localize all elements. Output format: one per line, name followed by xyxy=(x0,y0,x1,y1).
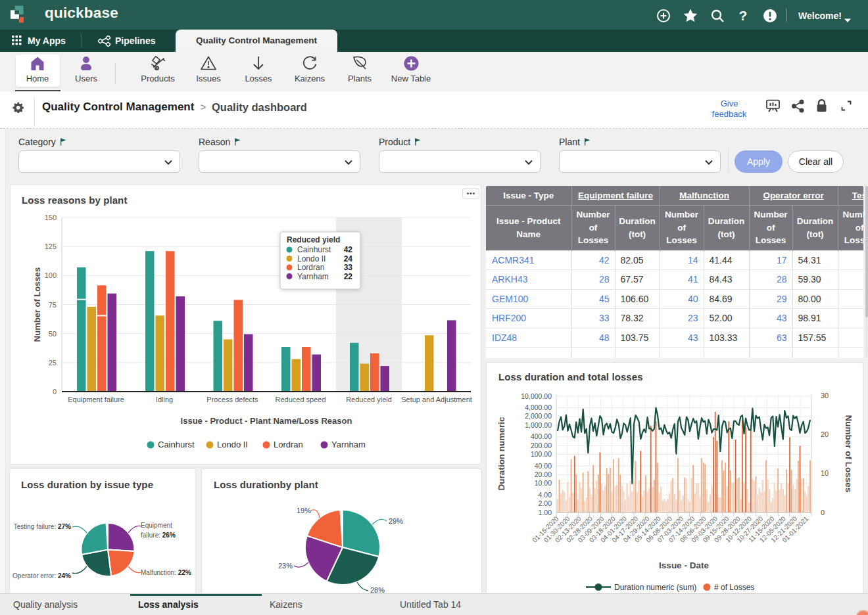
svg-text:failure: 26%: failure: 26% xyxy=(141,532,176,539)
svg-text:150: 150 xyxy=(45,214,57,221)
svg-text:29%: 29% xyxy=(389,517,403,525)
svg-text:24: 24 xyxy=(344,254,353,263)
svg-text:125: 125 xyxy=(45,242,57,250)
svg-text:Process defects: Process defects xyxy=(206,396,258,403)
svg-text:Issue - Product - Plant Name/L: Issue - Product - Plant Name/Loss Reason xyxy=(181,416,352,426)
svg-text:Londo II: Londo II xyxy=(297,254,326,263)
svg-text:# of Losses: # of Losses xyxy=(714,583,754,592)
svg-text:30: 30 xyxy=(821,392,829,399)
svg-text:100: 100 xyxy=(45,271,57,279)
svg-text:400.00: 400.00 xyxy=(531,432,552,440)
svg-text:Operator error: 24%: Operator error: 24% xyxy=(12,572,71,580)
svg-text:10,000.00: 10,000.00 xyxy=(521,392,552,400)
svg-text:19%: 19% xyxy=(297,507,311,514)
svg-text:2.00: 2.00 xyxy=(539,499,552,507)
svg-text:20.00: 20.00 xyxy=(535,470,552,478)
svg-text:100.00: 100.00 xyxy=(531,450,552,458)
svg-text:23%: 23% xyxy=(278,562,293,570)
svg-text:Duration numeric: Duration numeric xyxy=(496,417,506,490)
svg-text:Number of Losses: Number of Losses xyxy=(32,267,42,342)
svg-text:33: 33 xyxy=(344,263,353,272)
svg-text:Equipment: Equipment xyxy=(141,522,172,529)
svg-text:50: 50 xyxy=(49,330,57,338)
svg-text:4.00: 4.00 xyxy=(539,491,552,499)
svg-text:Reduced yield: Reduced yield xyxy=(346,396,392,403)
svg-text:0: 0 xyxy=(821,509,825,516)
svg-text:Duration numeric (sum): Duration numeric (sum) xyxy=(614,583,696,592)
svg-text:25: 25 xyxy=(49,359,57,367)
svg-text:Cainhurst: Cainhurst xyxy=(158,440,195,449)
svg-text:Number of Losses: Number of Losses xyxy=(844,415,854,493)
svg-text:22: 22 xyxy=(344,272,353,281)
svg-text:Reduced yield: Reduced yield xyxy=(287,235,340,244)
svg-text:Issue - Date: Issue - Date xyxy=(659,560,709,570)
svg-text:Idling: Idling xyxy=(156,396,173,403)
svg-text:42: 42 xyxy=(344,245,353,254)
svg-text:75: 75 xyxy=(49,301,57,309)
svg-text:Yarnham: Yarnham xyxy=(331,440,366,449)
svg-text:200.00: 200.00 xyxy=(531,442,552,449)
svg-text:2,000.00: 2,000.00 xyxy=(525,412,552,420)
svg-text:10.00: 10.00 xyxy=(535,479,552,487)
svg-text:Malfunction: 22%: Malfunction: 22% xyxy=(141,569,191,576)
svg-text:Lordran: Lordran xyxy=(297,263,324,272)
svg-text:Setup and Adjustment: Setup and Adjustment xyxy=(401,396,472,403)
svg-text:Testing failure: 27%: Testing failure: 27% xyxy=(14,523,71,530)
svg-text:1,000.00: 1,000.00 xyxy=(525,421,552,429)
svg-text:4,000.00: 4,000.00 xyxy=(525,403,552,411)
svg-text:?: ? xyxy=(739,9,748,23)
svg-text:40.00: 40.00 xyxy=(535,462,552,470)
svg-text:Yarnham: Yarnham xyxy=(297,272,329,281)
svg-text:Lordran: Lordran xyxy=(274,440,303,449)
svg-text:0: 0 xyxy=(53,388,57,396)
svg-text:Cainhurst: Cainhurst xyxy=(297,245,331,254)
svg-text:Londo II: Londo II xyxy=(217,440,248,449)
svg-text:1.00: 1.00 xyxy=(539,509,552,516)
svg-text:Reduced speed: Reduced speed xyxy=(275,396,326,403)
svg-text:10: 10 xyxy=(821,469,829,477)
svg-text:Equipment failure: Equipment failure xyxy=(68,396,124,403)
svg-text:20: 20 xyxy=(821,430,829,438)
